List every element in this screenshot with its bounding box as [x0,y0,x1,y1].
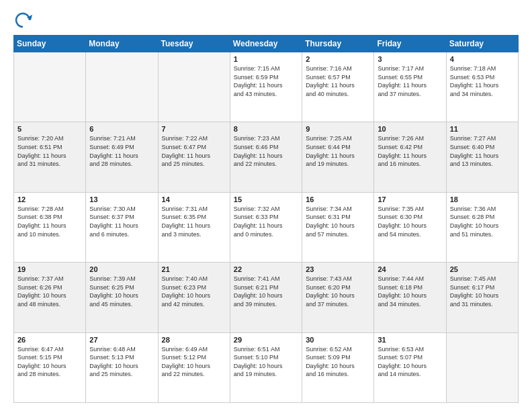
calendar-day-cell: 18Sunrise: 7:36 AM Sunset: 6:28 PM Dayli… [446,192,518,262]
calendar-day-cell: 29Sunrise: 6:51 AM Sunset: 5:10 PM Dayli… [230,332,302,402]
calendar-day-cell: 25Sunrise: 7:45 AM Sunset: 6:17 PM Dayli… [446,263,518,332]
day-number: 7 [162,125,226,133]
calendar-week-row: 26Sunrise: 6:47 AM Sunset: 5:15 PM Dayli… [14,332,519,402]
day-number: 10 [378,125,442,133]
calendar-day-cell: 20Sunrise: 7:39 AM Sunset: 6:25 PM Dayli… [86,263,158,332]
weekday-header-friday: Friday [374,36,446,52]
calendar-day-cell: 11Sunrise: 7:27 AM Sunset: 6:40 PM Dayli… [446,122,518,192]
day-number: 19 [17,265,82,273]
calendar-day-cell: 2Sunrise: 7:16 AM Sunset: 6:57 PM Daylig… [302,52,374,122]
day-number: 5 [17,125,82,133]
calendar-day-cell: 31Sunrise: 6:53 AM Sunset: 5:07 PM Dayli… [374,332,446,402]
day-number: 3 [378,55,442,63]
calendar-day-cell: 16Sunrise: 7:34 AM Sunset: 6:31 PM Dayli… [302,192,374,262]
day-info: Sunrise: 7:36 AM Sunset: 6:28 PM Dayligh… [450,205,515,238]
page: SundayMondayTuesdayWednesdayThursdayFrid… [0,0,532,411]
day-info: Sunrise: 7:30 AM Sunset: 6:37 PM Dayligh… [89,205,154,238]
day-number: 6 [89,125,154,133]
day-info: Sunrise: 7:40 AM Sunset: 6:23 PM Dayligh… [162,275,226,308]
day-number: 17 [378,195,442,203]
weekday-header-saturday: Saturday [446,36,518,52]
day-number: 9 [306,125,370,133]
day-info: Sunrise: 6:51 AM Sunset: 5:10 PM Dayligh… [234,345,298,379]
weekday-header-thursday: Thursday [302,36,374,52]
day-number: 13 [89,195,154,203]
calendar-day-cell: 7Sunrise: 7:22 AM Sunset: 6:47 PM Daylig… [158,122,230,192]
calendar-day-cell: 9Sunrise: 7:25 AM Sunset: 6:44 PM Daylig… [302,122,374,192]
weekday-header-row: SundayMondayTuesdayWednesdayThursdayFrid… [14,36,519,52]
day-info: Sunrise: 6:49 AM Sunset: 5:12 PM Dayligh… [162,345,226,379]
day-info: Sunrise: 7:44 AM Sunset: 6:18 PM Dayligh… [378,275,442,308]
day-info: Sunrise: 6:53 AM Sunset: 5:07 PM Dayligh… [378,345,442,379]
day-number: 11 [450,125,515,133]
calendar-day-cell: 15Sunrise: 7:32 AM Sunset: 6:33 PM Dayli… [230,192,302,262]
logo [13,11,35,30]
day-info: Sunrise: 7:20 AM Sunset: 6:51 PM Dayligh… [17,134,82,168]
day-number: 30 [306,336,370,344]
day-info: Sunrise: 7:25 AM Sunset: 6:44 PM Dayligh… [306,134,370,168]
calendar-day-cell: 6Sunrise: 7:21 AM Sunset: 6:49 PM Daylig… [86,122,158,192]
day-info: Sunrise: 7:43 AM Sunset: 6:20 PM Dayligh… [306,275,370,308]
weekday-header-wednesday: Wednesday [230,36,302,52]
day-info: Sunrise: 7:23 AM Sunset: 6:46 PM Dayligh… [234,134,298,168]
day-info: Sunrise: 7:32 AM Sunset: 6:33 PM Dayligh… [234,205,298,238]
logo-icon [13,11,32,30]
calendar-day-cell: 1Sunrise: 7:15 AM Sunset: 6:59 PM Daylig… [230,52,302,122]
calendar-day-cell [86,52,158,122]
day-number: 27 [89,336,154,344]
day-number: 24 [378,265,442,273]
day-number: 25 [450,265,515,273]
header [13,11,519,30]
day-info: Sunrise: 7:37 AM Sunset: 6:26 PM Dayligh… [17,275,82,308]
weekday-header-sunday: Sunday [14,36,86,52]
calendar-day-cell: 19Sunrise: 7:37 AM Sunset: 6:26 PM Dayli… [14,263,86,332]
day-number: 16 [306,195,370,203]
day-info: Sunrise: 7:16 AM Sunset: 6:57 PM Dayligh… [306,64,370,98]
weekday-header-tuesday: Tuesday [158,36,230,52]
day-number: 28 [162,336,226,344]
day-number: 29 [234,336,298,344]
day-number: 22 [234,265,298,273]
day-number: 12 [17,195,82,203]
day-number: 18 [450,195,515,203]
calendar-day-cell: 10Sunrise: 7:26 AM Sunset: 6:42 PM Dayli… [374,122,446,192]
calendar-day-cell: 22Sunrise: 7:41 AM Sunset: 6:21 PM Dayli… [230,263,302,332]
calendar-day-cell: 24Sunrise: 7:44 AM Sunset: 6:18 PM Dayli… [374,263,446,332]
day-info: Sunrise: 7:28 AM Sunset: 6:38 PM Dayligh… [17,205,82,238]
day-info: Sunrise: 7:39 AM Sunset: 6:25 PM Dayligh… [89,275,154,308]
calendar-week-row: 12Sunrise: 7:28 AM Sunset: 6:38 PM Dayli… [14,192,519,262]
calendar-day-cell: 4Sunrise: 7:18 AM Sunset: 6:53 PM Daylig… [446,52,518,122]
day-info: Sunrise: 7:27 AM Sunset: 6:40 PM Dayligh… [450,134,515,168]
calendar-week-row: 19Sunrise: 7:37 AM Sunset: 6:26 PM Dayli… [14,263,519,332]
day-info: Sunrise: 6:52 AM Sunset: 5:09 PM Dayligh… [306,345,370,379]
day-number: 1 [234,55,298,63]
day-info: Sunrise: 7:34 AM Sunset: 6:31 PM Dayligh… [306,205,370,238]
day-info: Sunrise: 7:15 AM Sunset: 6:59 PM Dayligh… [234,64,298,98]
calendar-day-cell: 12Sunrise: 7:28 AM Sunset: 6:38 PM Dayli… [14,192,86,262]
calendar-day-cell: 3Sunrise: 7:17 AM Sunset: 6:55 PM Daylig… [374,52,446,122]
calendar-table: SundayMondayTuesdayWednesdayThursdayFrid… [13,35,519,403]
calendar-day-cell: 23Sunrise: 7:43 AM Sunset: 6:20 PM Dayli… [302,263,374,332]
day-number: 31 [378,336,442,344]
day-info: Sunrise: 7:45 AM Sunset: 6:17 PM Dayligh… [450,275,515,308]
calendar-day-cell: 14Sunrise: 7:31 AM Sunset: 6:35 PM Dayli… [158,192,230,262]
day-number: 4 [450,55,515,63]
day-number: 26 [17,336,82,344]
day-info: Sunrise: 7:22 AM Sunset: 6:47 PM Dayligh… [162,134,226,168]
calendar-day-cell [14,52,86,122]
day-info: Sunrise: 7:26 AM Sunset: 6:42 PM Dayligh… [378,134,442,168]
calendar-day-cell: 5Sunrise: 7:20 AM Sunset: 6:51 PM Daylig… [14,122,86,192]
calendar-week-row: 5Sunrise: 7:20 AM Sunset: 6:51 PM Daylig… [14,122,519,192]
calendar-day-cell: 13Sunrise: 7:30 AM Sunset: 6:37 PM Dayli… [86,192,158,262]
day-number: 2 [306,55,370,63]
day-number: 15 [234,195,298,203]
calendar-week-row: 1Sunrise: 7:15 AM Sunset: 6:59 PM Daylig… [14,52,519,122]
day-number: 21 [162,265,226,273]
weekday-header-monday: Monday [86,36,158,52]
day-info: Sunrise: 7:35 AM Sunset: 6:30 PM Dayligh… [378,205,442,238]
day-info: Sunrise: 7:31 AM Sunset: 6:35 PM Dayligh… [162,205,226,238]
day-info: Sunrise: 7:18 AM Sunset: 6:53 PM Dayligh… [450,64,515,98]
calendar-day-cell: 21Sunrise: 7:40 AM Sunset: 6:23 PM Dayli… [158,263,230,332]
calendar-day-cell: 28Sunrise: 6:49 AM Sunset: 5:12 PM Dayli… [158,332,230,402]
calendar-day-cell: 17Sunrise: 7:35 AM Sunset: 6:30 PM Dayli… [374,192,446,262]
